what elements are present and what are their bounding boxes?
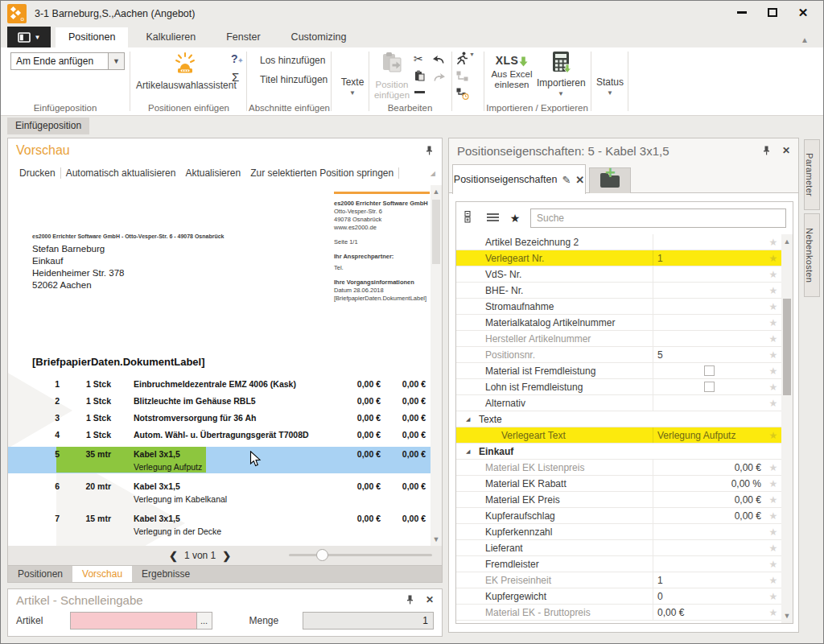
favorite-star-icon[interactable]: ★ [765,462,781,473]
favorite-star-icon[interactable]: ★ [765,382,781,393]
property-value[interactable] [653,299,765,314]
property-row[interactable]: EK Preiseinheit1★ [456,572,781,588]
run-action-icon[interactable]: ▼ [456,52,475,67]
checkbox[interactable] [704,365,715,376]
paste-small-icon[interactable] [414,70,425,84]
side-tab-nebenkosten[interactable]: Nebenkosten [804,213,820,297]
property-row[interactable]: Lohn ist Fremdleistung★ [456,379,781,395]
scroll-down-icon[interactable]: ▼ [781,612,793,620]
property-value[interactable] [653,540,765,555]
property-value[interactable]: 0,00 € [653,605,765,620]
auto-aktualisieren-link[interactable]: Automatisch aktualisieren [61,167,181,179]
favorite-star-icon[interactable]: ★ [765,591,781,602]
page-next-button[interactable]: ❯ [222,550,231,562]
property-value[interactable]: 0,00 € [653,508,765,523]
property-row[interactable]: Artikel Bezeichnung 2★ [456,234,781,250]
property-row[interactable]: BHE- Nr.★ [456,283,781,299]
favorite-star-icon[interactable]: ★ [765,430,781,441]
pin-icon[interactable] [406,595,414,605]
search-input[interactable] [530,208,786,228]
property-value[interactable]: 1 [653,572,765,588]
favorite-star-icon[interactable]: ★ [765,365,781,377]
favorite-star-icon[interactable]: ★ [765,526,781,538]
tab-close-icon[interactable]: ✕ [575,174,584,186]
close-icon[interactable]: ✕ [426,594,434,605]
zur-position-springen-link[interactable]: Zur selektierten Position springen [245,167,398,179]
tab-positionseigenschaften[interactable]: Positionseigenschaften ✎ ✕ [452,164,586,194]
doc-item-row-6[interactable]: 620 mtrKabel 3x1,5Verlegung im Kabelkana… [8,479,431,506]
maximize-button[interactable] [764,4,781,20]
favorite-star-icon[interactable]: ★ [765,285,781,296]
property-value[interactable]: 0,00 € [653,492,765,507]
tab-ergebnisse[interactable]: Ergebnisse [132,566,200,582]
workflow-icon[interactable] [456,71,468,84]
property-row[interactable]: Alternativ★ [456,395,781,411]
property-row[interactable]: Material ist Fremdleistung★ [456,363,781,379]
property-row[interactable]: Positionsnr.5★ [456,347,781,363]
close-button[interactable]: ✕ [794,4,812,20]
property-row[interactable]: Verlegeart Nr.1★ [456,250,781,266]
drucken-link[interactable]: Drucken [14,167,60,179]
property-value[interactable] [653,363,765,378]
ribbon-tab-kalkulieren[interactable]: Kalkulieren [133,27,208,47]
property-value[interactable]: Verlegung Aufputz [653,427,765,443]
insert-position-dropdown[interactable]: Am Ende anfügen ▼ [10,52,125,70]
texte-button[interactable]: Texte ▼ [337,76,368,97]
property-value[interactable] [653,315,765,330]
favorite-star-icon[interactable]: ★ [765,301,781,312]
scroll-up-icon[interactable]: ▲ [431,188,442,196]
zoom-slider-thumb[interactable] [316,549,328,561]
close-icon[interactable]: ✕ [782,145,790,156]
property-group-texte[interactable]: ◢Texte [456,411,781,427]
application-menu-button[interactable]: ▼ [7,27,51,47]
ribbon-tab-positionen[interactable]: Positionen [56,27,128,47]
scroll-up-icon[interactable]: ▲ [781,237,793,246]
position-einfuegen-button[interactable]: Position einfügen [373,51,411,101]
favorite-star-icon[interactable]: ★ [765,269,781,280]
tab-positionen[interactable]: Positionen [8,566,72,582]
favorite-star-icon[interactable]: ★ [765,237,781,248]
favorite-star-icon[interactable]: ★ [765,510,781,522]
collapse-triangle-icon[interactable]: ◢ [466,448,479,455]
tab-vorschau[interactable]: Vorschau [72,566,132,582]
artikel-input[interactable] [70,612,197,630]
property-group-einkauf[interactable]: ◢Einkauf [456,444,781,460]
aktualisieren-link[interactable]: Aktualisieren [180,167,245,179]
favorite-star-icon[interactable]: ★ [765,478,781,489]
property-row[interactable]: Material EK Preis0,00 €★ [456,492,781,508]
grid-scrollbar[interactable]: ▲ ▼ [781,234,793,623]
favorite-star-icon[interactable]: ★ [765,333,781,345]
favorite-star-icon[interactable]: ★ [765,398,781,409]
insert-position-chip[interactable]: Einfügeposition [7,118,89,134]
scrollbar-thumb[interactable] [432,200,440,264]
property-value[interactable]: 0,00 % [653,476,765,491]
doc-item-row-4[interactable]: 41 StckAutom. Wähl- u. Übertragungsgerät… [8,427,431,444]
favorite-star-icon[interactable]: ★ [765,253,781,264]
doc-item-row-7[interactable]: 715 mtrKabel 3x1,5Verlegung in der Decke… [8,511,431,538]
property-value[interactable] [653,379,765,394]
scrollbar-thumb[interactable] [783,299,791,395]
property-value[interactable]: 0,00 € [653,460,765,475]
property-row[interactable]: Lieferant★ [456,540,781,556]
property-row[interactable]: VdS- Nr.★ [456,266,781,283]
property-value[interactable] [653,283,765,298]
checkbox[interactable] [704,382,715,392]
property-value[interactable] [653,524,765,539]
property-value[interactable]: 1 [653,250,765,266]
importieren-button[interactable]: Importieren ▼ [537,51,585,97]
favorite-star-icon[interactable]: ★ [765,349,781,361]
doc-item-row-5[interactable]: 535 mtrKabel 3x1,5Verlegung Aufputz0,00 … [8,447,431,473]
pin-icon[interactable] [425,146,434,155]
los-hinzufuegen-button[interactable]: Los hinzufügen [260,55,325,66]
property-row[interactable]: Material EK - Bruttopreis0,00 €★ [456,605,781,621]
property-value[interactable] [653,556,765,572]
property-row[interactable]: Verlegeart TextVerlegung Aufputz★ [456,427,781,444]
ribbon-tab-customizing[interactable]: Customizing [278,27,360,47]
favorite-star-icon[interactable]: ★ [765,575,781,586]
property-value[interactable] [653,331,765,346]
ribbon-collapse-button[interactable]: ▲ [801,35,809,44]
ribbon-tab-fenster[interactable]: Fenster [213,27,273,47]
property-value[interactable]: 5 [653,347,765,362]
line-icon[interactable] [414,91,425,93]
property-value[interactable] [653,234,765,250]
